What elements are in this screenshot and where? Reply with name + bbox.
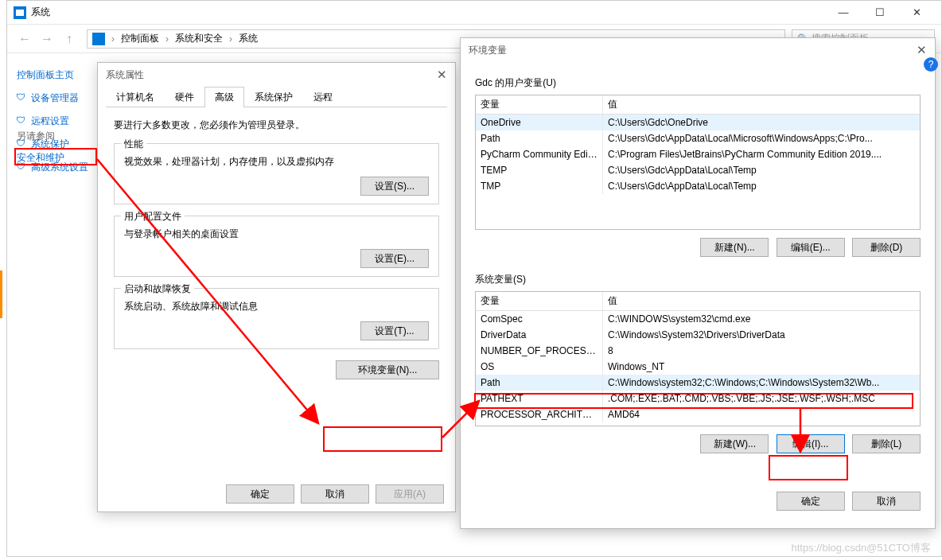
- apply-button[interactable]: 应用(A): [376, 484, 444, 504]
- list-item: PathC:\Users\Gdc\AppData\Local\Microsoft…: [476, 130, 920, 146]
- user-vars-caption: Gdc 的用户变量(U): [475, 76, 921, 90]
- performance-group: 性能 视觉效果，处理器计划，内存使用，以及虚拟内存 设置(S)...: [114, 143, 439, 204]
- minimize-button[interactable]: —: [825, 1, 862, 25]
- watermark: https://blog.csdn@51CTO博客: [791, 541, 931, 555]
- admin-note: 要进行大多数更改，您必须作为管理员登录。: [114, 119, 439, 132]
- tab-hardware[interactable]: 硬件: [165, 87, 204, 107]
- maximize-button[interactable]: ☐: [862, 1, 898, 25]
- list-item: NUMBER_OF_PROCESSORS8: [476, 343, 920, 359]
- new-user-var-button[interactable]: 新建(N)...: [700, 238, 769, 257]
- breadcrumb-item[interactable]: 系统和安全: [175, 32, 223, 45]
- edit-user-var-button[interactable]: 编辑(E)...: [777, 238, 845, 257]
- delete-user-var-button[interactable]: 删除(D): [852, 238, 921, 257]
- close-icon[interactable]: ✕: [437, 68, 447, 82]
- help-icon[interactable]: ?: [924, 57, 938, 72]
- dialog-title: 环境变量 ✕: [461, 38, 935, 62]
- list-item: TEMPC:\Users\Gdc\AppData\Local\Temp: [476, 162, 920, 178]
- sys-vars-list[interactable]: 变量 值 ComSpecC:\WINDOWS\system32\cmd.exe …: [475, 291, 921, 426]
- list-item: OneDriveC:\Users\Gdc\OneDrive: [476, 115, 920, 130]
- close-button[interactable]: ✕: [898, 1, 935, 25]
- system-properties-dialog: 系统属性 ✕ 计算机名 硬件 高级 系统保护 远程 要进行大多数更改，您必须作为…: [97, 62, 456, 512]
- perf-settings-button[interactable]: 设置(S)...: [360, 177, 429, 196]
- shield-icon: [17, 116, 28, 127]
- new-sys-var-button[interactable]: 新建(W)...: [700, 434, 769, 453]
- tab-computer-name[interactable]: 计算机名: [106, 87, 165, 107]
- list-item: TMPC:\Users\Gdc\AppData\Local\Temp: [476, 178, 920, 194]
- see-also-label: 另请参阅: [17, 130, 64, 143]
- breadcrumb-item[interactable]: 系统: [239, 32, 258, 45]
- sidebar: 控制面板主页 设备管理器 远程设置 系统保护 高级系统设置 另请参阅 安全和维护: [7, 54, 103, 198]
- sidebar-item-remote[interactable]: 远程设置: [17, 115, 93, 128]
- list-item: OSWindows_NT: [476, 359, 920, 375]
- list-item: DriverDataC:\Windows\System32\Drivers\Dr…: [476, 327, 920, 343]
- env-cancel-button[interactable]: 取消: [852, 492, 921, 511]
- ok-button[interactable]: 确定: [226, 484, 294, 504]
- env-vars-button[interactable]: 环境变量(N)...: [336, 360, 439, 379]
- orange-accent: [0, 270, 2, 318]
- profiles-group: 用户配置文件 与登录帐户相关的桌面设置 设置(E)...: [114, 216, 439, 277]
- pc-icon: [92, 33, 105, 45]
- system-icon: [14, 6, 26, 19]
- back-icon[interactable]: ←: [14, 32, 36, 46]
- tab-protection[interactable]: 系统保护: [244, 87, 303, 107]
- delete-sys-var-button[interactable]: 删除(L): [852, 434, 921, 453]
- forward-icon[interactable]: →: [36, 32, 58, 46]
- list-item: PROCESSOR_ARCHITECT...AMD64: [476, 406, 920, 422]
- titlebar: 系统 — ☐ ✕: [7, 1, 941, 25]
- up-icon[interactable]: ↑: [58, 32, 80, 46]
- profiles-settings-button[interactable]: 设置(E)...: [360, 249, 429, 268]
- list-item: PATHEXT.COM;.EXE;.BAT;.CMD;.VBS;.VBE;.JS…: [476, 391, 920, 406]
- startup-settings-button[interactable]: 设置(T)...: [360, 321, 429, 340]
- shield-icon: [17, 93, 28, 104]
- sidebar-item-device-manager[interactable]: 设备管理器: [17, 91, 93, 105]
- env-vars-dialog: 环境变量 ✕ Gdc 的用户变量(U) 变量 值 OneDriveC:\User…: [460, 37, 936, 529]
- dialog-title: 系统属性 ✕: [98, 63, 455, 87]
- window-title: 系统: [31, 6, 50, 19]
- sidebar-item-security[interactable]: 安全和维护: [17, 151, 64, 165]
- cancel-button[interactable]: 取消: [301, 484, 369, 504]
- list-item: PyCharm Community Editi...C:\Program Fil…: [476, 146, 920, 162]
- startup-group: 启动和故障恢复 系统启动、系统故障和调试信息 设置(T)...: [114, 288, 439, 349]
- tab-remote[interactable]: 远程: [303, 87, 343, 107]
- user-vars-list[interactable]: 变量 值 OneDriveC:\Users\Gdc\OneDrive PathC…: [475, 95, 921, 230]
- breadcrumb-item[interactable]: 控制面板: [121, 32, 159, 45]
- list-item: ComSpecC:\WINDOWS\system32\cmd.exe: [476, 311, 920, 327]
- control-panel-home[interactable]: 控制面板主页: [17, 68, 93, 82]
- tabs: 计算机名 硬件 高级 系统保护 远程: [106, 87, 447, 107]
- tab-advanced[interactable]: 高级: [204, 87, 244, 107]
- list-item: PathC:\Windows\system32;C:\Windows;C:\Wi…: [476, 375, 920, 391]
- sys-vars-caption: 系统变量(S): [475, 273, 921, 286]
- close-icon[interactable]: ✕: [917, 43, 927, 57]
- env-ok-button[interactable]: 确定: [777, 492, 845, 511]
- edit-sys-var-button[interactable]: 编辑(I)...: [777, 434, 845, 453]
